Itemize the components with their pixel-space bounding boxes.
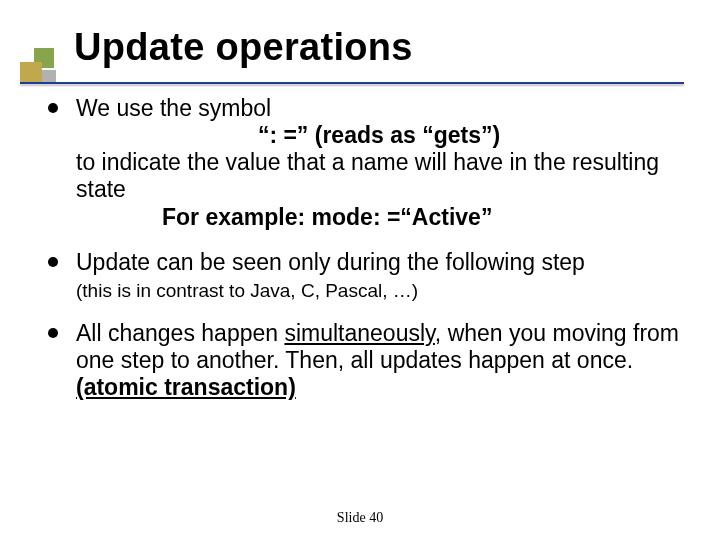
bullet1-example-value: mode: =“Active” (312, 204, 493, 230)
bullet2-text: Update can be seen only during the follo… (76, 249, 585, 275)
slide-body: We use the symbol “: =” (reads as “gets”… (0, 77, 720, 402)
bullet3-pre: All changes happen (76, 320, 284, 346)
bullet1-example: For example: mode: =“Active” (76, 204, 682, 231)
bullet-item-3: All changes happen simultaneously, when … (46, 320, 682, 401)
bullet1-example-label: For example: (162, 204, 312, 230)
title-area: Update operations (0, 0, 720, 77)
bullet-item-1: We use the symbol “: =” (reads as “gets”… (46, 95, 682, 231)
title-underline (20, 82, 684, 84)
slide-number: Slide 40 (0, 510, 720, 526)
bullet1-symbol: “: =” (reads as “gets”) (76, 122, 682, 149)
bullet1-line2: to indicate the value that a name will h… (76, 149, 659, 202)
title-decoration-icon (20, 48, 58, 86)
bullet3-underlined: simultaneously (284, 320, 434, 346)
bullet1-line1: We use the symbol (76, 95, 271, 121)
bullet-item-2: Update can be seen only during the follo… (46, 249, 682, 303)
bullet3-tail: (atomic transaction) (76, 374, 296, 400)
bullet2-note: (this is in contrast to Java, C, Pascal,… (76, 280, 682, 302)
slide-title: Update operations (74, 26, 720, 69)
